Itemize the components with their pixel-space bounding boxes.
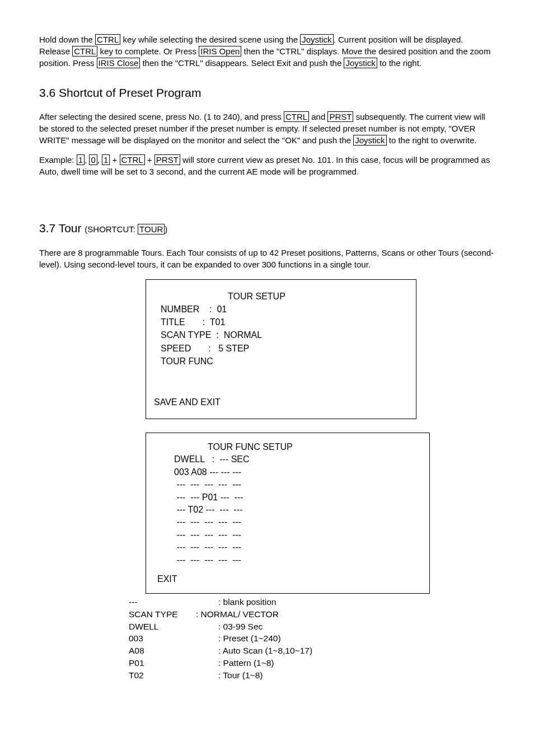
legend-row-003: 003 : Preset (1~240) xyxy=(129,632,495,645)
key-joystick: Joystick xyxy=(353,135,386,145)
key-prst: PRST xyxy=(327,111,353,122)
display-title: TOUR SETUP xyxy=(161,290,401,303)
legend-value: : Preset (1~240) xyxy=(196,632,281,645)
text: to the right to overwrite. xyxy=(387,135,477,145)
display-row-tourfunc: TOUR FUNC xyxy=(161,355,401,368)
legend-value: : Tour (1~8) xyxy=(196,669,263,682)
key-ctrl: CTRL xyxy=(95,34,120,45)
display-exit: EXIT xyxy=(157,573,415,585)
legend-value: : Pattern (1~8) xyxy=(196,657,274,669)
legend-row-p01: P01 : Pattern (1~8) xyxy=(129,657,495,669)
key-prst: PRST xyxy=(154,154,180,165)
key-1: 1 xyxy=(77,154,85,165)
display-row: --- T02 --- --- --- xyxy=(174,504,415,516)
legend-row-scantype: SCAN TYPE : NORMAL/ VECTOR xyxy=(129,608,495,621)
legend: --- : blank position SCAN TYPE : NORMAL/… xyxy=(129,596,495,681)
text: key to complete. Or Press xyxy=(97,46,199,56)
legend-key: --- xyxy=(129,596,196,608)
paragraph-after-selecting: After selecting the desired scene, press… xyxy=(39,111,495,146)
key-1: 1 xyxy=(102,154,110,165)
key-iris-open: IRIS Open xyxy=(199,46,241,57)
key-joystick: Joystick xyxy=(300,34,333,45)
display-row: 003 A08 --- --- --- xyxy=(174,466,415,478)
heading-3-7: 3.7 Tour (SHORTCUT: TOUR) xyxy=(39,220,495,236)
legend-key: 003 xyxy=(129,632,196,645)
display-row: --- --- --- --- --- xyxy=(174,516,415,528)
legend-key: SCAN TYPE xyxy=(129,608,196,621)
legend-value: : blank position xyxy=(196,596,276,608)
legend-row-dwell: DWELL : 03-99 Sec xyxy=(129,621,495,633)
tour-func-setup-display: TOUR FUNC SETUP DWELL : --- SEC 003 A08 … xyxy=(146,433,430,594)
display-row: --- --- --- --- --- xyxy=(174,478,415,491)
key-joystick: Joystick xyxy=(344,58,377,68)
key-ctrl: CTRL xyxy=(72,46,97,57)
legend-key: T02 xyxy=(129,669,196,682)
key-ctrl: CTRL xyxy=(120,154,145,165)
paragraph-select-scene: Hold down the CTRL key while selecting t… xyxy=(39,34,495,69)
key-0: 0 xyxy=(89,154,97,165)
text: + xyxy=(110,155,119,165)
display-row: --- --- --- --- --- xyxy=(174,541,415,553)
heading-sub: (SHORTCUT: TOUR) xyxy=(85,224,167,234)
heading-main: 3.7 Tour xyxy=(39,222,85,234)
display-row-scantype: SCAN TYPE : NORMAL xyxy=(161,328,401,341)
paragraph-example: Example: 1, 0, 1 + CTRL + PRST will stor… xyxy=(39,154,495,177)
display-row-speed: SPEED : 5 STEP xyxy=(161,342,401,355)
key-tour: TOUR xyxy=(138,224,165,234)
display-row: --- --- P01 --- --- xyxy=(174,491,415,504)
display-title: TOUR FUNC SETUP xyxy=(174,441,415,453)
paragraph-tours-intro: There are 8 programmable Tours. Each Tou… xyxy=(39,247,495,270)
display-save-exit: SAVE AND EXIT xyxy=(154,396,401,408)
display-row: --- --- --- --- --- xyxy=(174,554,415,566)
text: Example: xyxy=(39,155,77,165)
legend-key: DWELL xyxy=(129,621,196,633)
text: Hold down the xyxy=(39,35,95,44)
text: , xyxy=(97,155,102,165)
key-iris-close: IRIS Close xyxy=(97,58,140,68)
display-row-number: NUMBER : 01 xyxy=(161,303,401,316)
text: key while selecting the desired scene us… xyxy=(120,35,300,44)
legend-row-t02: T02 : Tour (1~8) xyxy=(129,669,495,682)
text: After selecting the desired scene, press… xyxy=(39,112,284,121)
text: + xyxy=(145,155,154,165)
text: and xyxy=(309,112,327,121)
text: then the "CTRL" disappears. Select Exit … xyxy=(140,58,344,68)
legend-value: : NORMAL/ VECTOR xyxy=(196,608,279,621)
tour-setup-display: TOUR SETUP NUMBER : 01 TITLE : T01 SCAN … xyxy=(146,279,416,419)
legend-value: : Auto Scan (1~8,10~17) xyxy=(196,645,312,657)
text: to the right. xyxy=(377,58,421,68)
key-ctrl: CTRL xyxy=(284,111,309,122)
display-row-dwell: DWELL : --- SEC xyxy=(174,453,415,466)
legend-row-a08: A08 : Auto Scan (1~8,10~17) xyxy=(129,645,495,657)
legend-value: : 03-99 Sec xyxy=(196,621,263,633)
legend-key: P01 xyxy=(129,657,196,669)
heading-3-6: 3.6 Shortcut of Preset Program xyxy=(39,84,495,101)
legend-key: A08 xyxy=(129,645,196,657)
display-row: --- --- --- --- --- xyxy=(174,529,415,541)
legend-row-blank: --- : blank position xyxy=(129,596,495,608)
display-row-title: TITLE : T01 xyxy=(161,316,401,328)
